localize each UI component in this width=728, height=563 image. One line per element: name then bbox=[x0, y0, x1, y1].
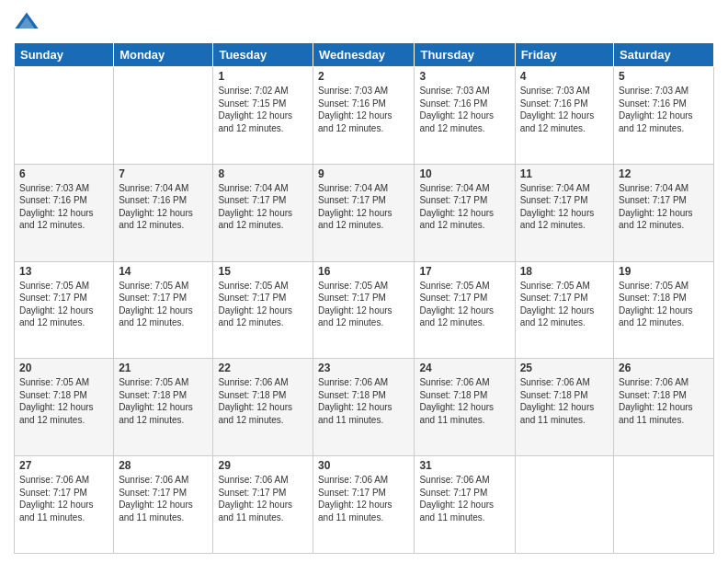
day-cell: 17Sunrise: 7:05 AM Sunset: 7:17 PM Dayli… bbox=[415, 261, 515, 359]
day-cell: 10Sunrise: 7:04 AM Sunset: 7:17 PM Dayli… bbox=[415, 164, 515, 261]
day-cell bbox=[114, 67, 213, 165]
week-row-3: 20Sunrise: 7:05 AM Sunset: 7:18 PM Dayli… bbox=[15, 359, 714, 456]
logo-icon bbox=[14, 9, 40, 35]
day-cell: 29Sunrise: 7:06 AM Sunset: 7:17 PM Dayli… bbox=[213, 456, 313, 554]
day-info: Sunrise: 7:05 AM Sunset: 7:17 PM Dayligh… bbox=[119, 280, 208, 329]
day-cell: 16Sunrise: 7:05 AM Sunset: 7:17 PM Dayli… bbox=[313, 261, 415, 359]
day-info: Sunrise: 7:04 AM Sunset: 7:17 PM Dayligh… bbox=[520, 182, 609, 232]
header-thursday: Thursday bbox=[415, 43, 515, 67]
week-row-1: 6Sunrise: 7:03 AM Sunset: 7:16 PM Daylig… bbox=[15, 164, 714, 261]
day-number: 8 bbox=[218, 167, 308, 180]
day-number: 11 bbox=[520, 167, 609, 180]
week-row-2: 13Sunrise: 7:05 AM Sunset: 7:17 PM Dayli… bbox=[15, 261, 714, 359]
day-number: 31 bbox=[419, 459, 509, 472]
day-number: 18 bbox=[520, 265, 609, 278]
day-info: Sunrise: 7:03 AM Sunset: 7:16 PM Dayligh… bbox=[318, 85, 409, 134]
day-cell: 22Sunrise: 7:06 AM Sunset: 7:18 PM Dayli… bbox=[213, 359, 313, 456]
day-info: Sunrise: 7:03 AM Sunset: 7:16 PM Dayligh… bbox=[619, 85, 709, 134]
day-number: 15 bbox=[218, 265, 308, 278]
page: SundayMondayTuesdayWednesdayThursdayFrid… bbox=[0, 0, 728, 563]
day-cell: 26Sunrise: 7:06 AM Sunset: 7:18 PM Dayli… bbox=[614, 359, 714, 456]
day-cell: 15Sunrise: 7:05 AM Sunset: 7:17 PM Dayli… bbox=[213, 261, 313, 359]
day-info: Sunrise: 7:05 AM Sunset: 7:17 PM Dayligh… bbox=[419, 280, 509, 329]
day-info: Sunrise: 7:03 AM Sunset: 7:16 PM Dayligh… bbox=[19, 182, 108, 232]
header-monday: Monday bbox=[114, 43, 213, 67]
day-info: Sunrise: 7:06 AM Sunset: 7:17 PM Dayligh… bbox=[119, 474, 208, 523]
day-cell: 4Sunrise: 7:03 AM Sunset: 7:16 PM Daylig… bbox=[515, 67, 613, 165]
day-info: Sunrise: 7:04 AM Sunset: 7:17 PM Dayligh… bbox=[419, 182, 509, 232]
day-cell: 23Sunrise: 7:06 AM Sunset: 7:18 PM Dayli… bbox=[313, 359, 415, 456]
day-cell bbox=[614, 456, 714, 554]
day-cell: 11Sunrise: 7:04 AM Sunset: 7:17 PM Dayli… bbox=[515, 164, 613, 261]
day-cell: 25Sunrise: 7:06 AM Sunset: 7:18 PM Dayli… bbox=[515, 359, 613, 456]
day-cell: 21Sunrise: 7:05 AM Sunset: 7:18 PM Dayli… bbox=[114, 359, 213, 456]
day-cell: 9Sunrise: 7:04 AM Sunset: 7:17 PM Daylig… bbox=[313, 164, 415, 261]
day-number: 16 bbox=[318, 265, 409, 278]
day-cell: 28Sunrise: 7:06 AM Sunset: 7:17 PM Dayli… bbox=[114, 456, 213, 554]
week-row-0: 1Sunrise: 7:02 AM Sunset: 7:15 PM Daylig… bbox=[15, 67, 714, 165]
day-number: 14 bbox=[119, 265, 208, 278]
day-number: 20 bbox=[19, 362, 108, 374]
day-cell: 12Sunrise: 7:04 AM Sunset: 7:17 PM Dayli… bbox=[614, 164, 714, 261]
day-info: Sunrise: 7:03 AM Sunset: 7:16 PM Dayligh… bbox=[419, 85, 509, 134]
day-info: Sunrise: 7:06 AM Sunset: 7:18 PM Dayligh… bbox=[619, 376, 709, 426]
day-cell: 3Sunrise: 7:03 AM Sunset: 7:16 PM Daylig… bbox=[415, 67, 515, 165]
header-saturday: Saturday bbox=[614, 43, 714, 67]
day-number: 17 bbox=[419, 265, 509, 278]
day-number: 4 bbox=[520, 70, 609, 83]
day-info: Sunrise: 7:06 AM Sunset: 7:18 PM Dayligh… bbox=[318, 376, 409, 426]
header bbox=[14, 9, 714, 35]
day-cell: 27Sunrise: 7:06 AM Sunset: 7:17 PM Dayli… bbox=[15, 456, 114, 554]
day-cell: 31Sunrise: 7:06 AM Sunset: 7:17 PM Dayli… bbox=[415, 456, 515, 554]
day-cell: 24Sunrise: 7:06 AM Sunset: 7:18 PM Dayli… bbox=[415, 359, 515, 456]
day-info: Sunrise: 7:04 AM Sunset: 7:17 PM Dayligh… bbox=[619, 182, 709, 232]
day-number: 12 bbox=[619, 167, 709, 180]
day-info: Sunrise: 7:05 AM Sunset: 7:18 PM Dayligh… bbox=[19, 376, 108, 426]
day-info: Sunrise: 7:06 AM Sunset: 7:17 PM Dayligh… bbox=[19, 474, 108, 523]
day-number: 25 bbox=[520, 362, 609, 374]
day-cell: 20Sunrise: 7:05 AM Sunset: 7:18 PM Dayli… bbox=[15, 359, 114, 456]
day-info: Sunrise: 7:06 AM Sunset: 7:17 PM Dayligh… bbox=[218, 474, 308, 523]
day-number: 30 bbox=[318, 459, 409, 472]
header-tuesday: Tuesday bbox=[213, 43, 313, 67]
day-number: 19 bbox=[619, 265, 709, 278]
day-cell: 13Sunrise: 7:05 AM Sunset: 7:17 PM Dayli… bbox=[15, 261, 114, 359]
day-number: 2 bbox=[318, 70, 409, 83]
day-info: Sunrise: 7:05 AM Sunset: 7:18 PM Dayligh… bbox=[619, 280, 709, 329]
calendar-table: SundayMondayTuesdayWednesdayThursdayFrid… bbox=[14, 42, 714, 554]
header-wednesday: Wednesday bbox=[313, 43, 415, 67]
day-number: 29 bbox=[218, 459, 308, 472]
day-cell: 8Sunrise: 7:04 AM Sunset: 7:17 PM Daylig… bbox=[213, 164, 313, 261]
day-number: 9 bbox=[318, 167, 409, 180]
logo bbox=[14, 9, 43, 35]
header-sunday: Sunday bbox=[15, 43, 114, 67]
day-cell: 7Sunrise: 7:04 AM Sunset: 7:16 PM Daylig… bbox=[114, 164, 213, 261]
day-number: 23 bbox=[318, 362, 409, 374]
day-info: Sunrise: 7:05 AM Sunset: 7:17 PM Dayligh… bbox=[520, 280, 609, 329]
day-number: 3 bbox=[419, 70, 509, 83]
day-info: Sunrise: 7:03 AM Sunset: 7:16 PM Dayligh… bbox=[520, 85, 609, 134]
day-cell: 1Sunrise: 7:02 AM Sunset: 7:15 PM Daylig… bbox=[213, 67, 313, 165]
day-cell: 6Sunrise: 7:03 AM Sunset: 7:16 PM Daylig… bbox=[15, 164, 114, 261]
day-number: 27 bbox=[19, 459, 108, 472]
day-cell: 30Sunrise: 7:06 AM Sunset: 7:17 PM Dayli… bbox=[313, 456, 415, 554]
day-info: Sunrise: 7:05 AM Sunset: 7:17 PM Dayligh… bbox=[218, 280, 308, 329]
day-number: 28 bbox=[119, 459, 208, 472]
day-number: 1 bbox=[218, 70, 308, 83]
day-number: 13 bbox=[19, 265, 108, 278]
day-number: 6 bbox=[19, 167, 108, 180]
day-cell bbox=[15, 67, 114, 165]
day-info: Sunrise: 7:06 AM Sunset: 7:17 PM Dayligh… bbox=[419, 474, 509, 523]
day-info: Sunrise: 7:04 AM Sunset: 7:17 PM Dayligh… bbox=[318, 182, 409, 232]
day-info: Sunrise: 7:06 AM Sunset: 7:18 PM Dayligh… bbox=[218, 376, 308, 426]
day-info: Sunrise: 7:02 AM Sunset: 7:15 PM Dayligh… bbox=[218, 85, 308, 134]
day-cell bbox=[515, 456, 613, 554]
day-number: 22 bbox=[218, 362, 308, 374]
day-info: Sunrise: 7:06 AM Sunset: 7:18 PM Dayligh… bbox=[419, 376, 509, 426]
day-info: Sunrise: 7:06 AM Sunset: 7:17 PM Dayligh… bbox=[318, 474, 409, 523]
header-friday: Friday bbox=[515, 43, 613, 67]
day-info: Sunrise: 7:06 AM Sunset: 7:18 PM Dayligh… bbox=[520, 376, 609, 426]
day-cell: 18Sunrise: 7:05 AM Sunset: 7:17 PM Dayli… bbox=[515, 261, 613, 359]
day-cell: 5Sunrise: 7:03 AM Sunset: 7:16 PM Daylig… bbox=[614, 67, 714, 165]
day-number: 21 bbox=[119, 362, 208, 374]
